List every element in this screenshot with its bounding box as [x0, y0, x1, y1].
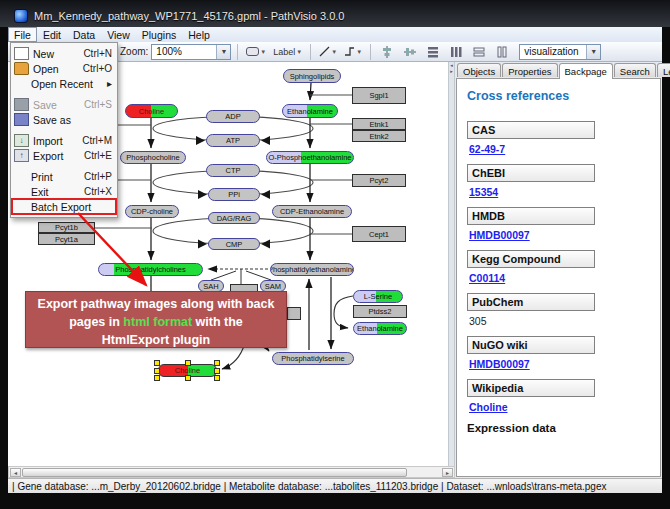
pathway-node[interactable]: Sgpl1 [352, 87, 406, 104]
file-menu-item[interactable]: Save as [12, 112, 116, 127]
app-icon [14, 9, 28, 23]
pathway-node[interactable]: Pcyt1b [38, 222, 95, 233]
pathway-node[interactable]: CDP-Ethanolamine [272, 205, 352, 218]
pathway-node[interactable] [287, 307, 301, 320]
pathway-node[interactable]: Pcyt2 [352, 174, 406, 187]
panel-tab[interactable]: Objects [457, 63, 501, 77]
common-width-button[interactable] [469, 44, 489, 60]
pathway-node[interactable]: Ethanolamine [353, 322, 407, 335]
align-horizontal-center-button[interactable] [377, 44, 397, 60]
file-menu-item[interactable]: Print Ctrl+P [12, 169, 116, 184]
status-bar: | Gene database: ...m_Derby_20120602.bri… [8, 478, 662, 493]
title-bar[interactable]: Mm_Kennedy_pathway_WP1771_45176.gpml - P… [0, 0, 670, 27]
pathway-node[interactable]: ATP [206, 134, 260, 147]
pathway-node[interactable]: ADP [206, 110, 260, 123]
file-menu-item[interactable]: Save Ctrl+S [12, 97, 116, 112]
line-tool-button[interactable]: ▼ [317, 44, 339, 60]
visualization-combobox[interactable]: visualization ▼ [519, 44, 601, 60]
pathway-node[interactable]: Phosphocholine [120, 151, 186, 164]
selection-handle[interactable] [214, 360, 220, 366]
panel-tab[interactable]: Search [614, 63, 656, 77]
panel-tab[interactable]: Backpage [559, 63, 613, 79]
common-height-button[interactable] [492, 44, 512, 60]
zoom-combobox[interactable]: 100% ▼ [151, 44, 231, 60]
chevron-down-icon[interactable]: ▼ [331, 49, 337, 55]
pathway-node[interactable]: Etnk2 [352, 130, 406, 142]
database-id-link[interactable]: 62-49-7 [469, 143, 660, 155]
database-id-link[interactable]: C00114 [469, 272, 660, 284]
chevron-down-icon[interactable]: ▼ [296, 49, 302, 55]
chevron-down-icon[interactable]: ▼ [356, 49, 362, 55]
pathway-node[interactable]: O-Phosphoethanolamine [266, 151, 354, 164]
connector-tool-button[interactable]: ▼ [342, 44, 364, 60]
database-id-link[interactable]: HMDB00097 [469, 229, 660, 241]
panel-splitter[interactable]: ◂▸ [448, 62, 455, 478]
menubar-item[interactable]: View [101, 27, 136, 42]
selection-handle[interactable] [214, 368, 220, 374]
pathway-node[interactable]: DAG/RAG [208, 212, 260, 224]
menubar-item[interactable]: Help [182, 27, 216, 42]
file-menu-item[interactable]: Export Ctrl+E [12, 148, 116, 163]
chevron-down-icon[interactable]: ▼ [586, 45, 600, 59]
file-menu-item[interactable]: New Ctrl+N [12, 46, 116, 61]
database-id-link[interactable]: Choline [469, 401, 660, 413]
align-horizontal-center-icon [381, 46, 393, 58]
pathway-node[interactable]: Cept1 [352, 226, 406, 242]
file-menu-item[interactable]: Open Recent ▸ [12, 76, 116, 91]
file-menu-item[interactable]: Exit Ctrl+X [12, 184, 116, 199]
selection-handle[interactable] [214, 375, 220, 381]
selected-pathway-node[interactable]: Choline [158, 364, 217, 377]
label-tool-button[interactable]: Label▼ [271, 44, 304, 60]
file-menu-item[interactable]: Batch Export [12, 199, 116, 214]
pathway-node[interactable]: Phosphatidylethanolamine [270, 263, 354, 276]
cross-reference-list: CAS 62-49-7 ChEBI 15354 HMDB HMDB00097 [467, 121, 660, 413]
pathway-node[interactable]: L-Serine [353, 290, 403, 303]
horizontal-scrollbar[interactable]: ◂ ▸ [8, 466, 455, 478]
panel-tab[interactable]: Legend [657, 63, 670, 77]
chevron-down-icon[interactable]: ▼ [260, 49, 266, 55]
file-menu-item[interactable]: Import Ctrl+M [12, 133, 116, 148]
pathway-node[interactable]: Choline [125, 104, 178, 118]
pathway-node[interactable]: Pcyt1a [38, 233, 95, 245]
file-menu-item[interactable]: Open Ctrl+O [12, 61, 116, 76]
selection-handle[interactable] [154, 375, 160, 381]
align-vertical-center-button[interactable] [400, 44, 420, 60]
distribute-vertical-button[interactable] [423, 44, 443, 60]
pathway-node[interactable]: Ethanolamine [282, 104, 338, 118]
chevron-down-icon[interactable]: ▼ [216, 45, 230, 59]
menubar-item[interactable]: File [8, 27, 37, 42]
menubar-item[interactable]: Data [67, 27, 101, 42]
pathway-node[interactable]: Etnk1 [352, 118, 406, 130]
database-id-link[interactable]: 15354 [469, 186, 660, 198]
zoom-label: Zoom: [120, 46, 148, 57]
pathway-node[interactable]: Phosphatidylcholines [98, 263, 203, 276]
datanode-tool-button[interactable]: ▼ [244, 44, 268, 60]
menubar-item-label: Help [188, 29, 210, 41]
database-id-link[interactable]: 305 [469, 315, 660, 327]
menubar-item[interactable]: Edit [37, 27, 67, 42]
selection-handle[interactable] [154, 368, 160, 374]
scroll-right-icon[interactable]: ▸ [442, 468, 453, 477]
pathway-node[interactable]: CTP [206, 164, 260, 177]
scrollbar-thumb[interactable] [22, 468, 407, 477]
pathway-node[interactable]: PPi [208, 188, 260, 201]
cross-reference-section: Kegg Compound C00114 [467, 250, 660, 284]
pathway-node[interactable]: CDP-choline [125, 205, 179, 218]
pathway-node[interactable]: Phosphatidylserine [272, 352, 354, 365]
distribute-horizontal-button[interactable] [446, 44, 466, 60]
selection-handle[interactable] [185, 375, 191, 381]
selection-handle[interactable] [185, 360, 191, 366]
database-id-link[interactable]: HMDB00097 [469, 358, 660, 370]
visualization-value: visualization [524, 46, 578, 57]
cross-reference-section: Wikipedia Choline [467, 379, 660, 413]
app-window: Mm_Kennedy_pathway_WP1771_45176.gpml - P… [0, 0, 670, 509]
menu-item-icon [14, 186, 27, 197]
menubar-item[interactable]: Plugins [136, 27, 182, 42]
selection-handle[interactable] [154, 360, 160, 366]
pathway-node[interactable]: Ptdss2 [353, 305, 407, 318]
pathway-node[interactable]: Sphingolipids [283, 69, 341, 83]
pathway-node[interactable]: CMP [208, 238, 260, 250]
annotation-line2: pages in html format with the [26, 313, 286, 331]
scroll-left-icon[interactable]: ◂ [10, 468, 21, 477]
panel-tab[interactable]: Properties [502, 63, 557, 77]
